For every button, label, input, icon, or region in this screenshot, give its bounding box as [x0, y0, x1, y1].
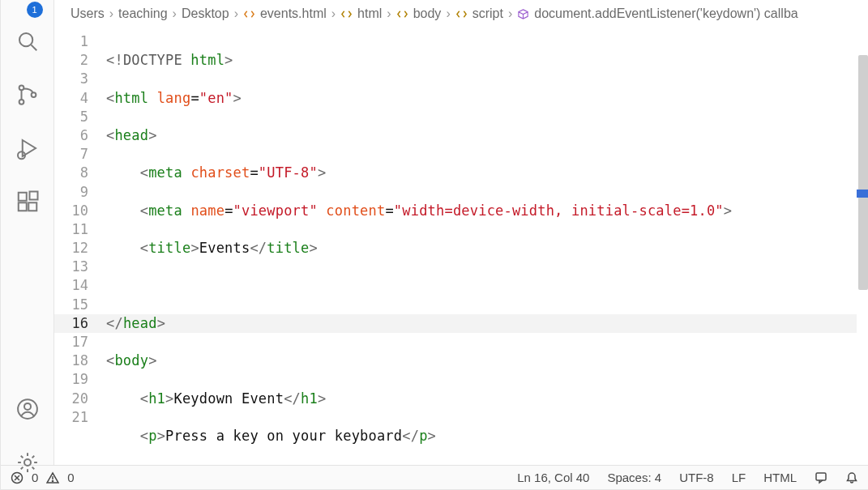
search-icon[interactable] [1, 15, 54, 68]
status-bar: 0 0 Ln 16, Col 40 Spaces: 4 UTF-8 LF HTM… [1, 465, 868, 489]
chevron-right-icon: › [173, 6, 177, 21]
breadcrumb-seg[interactable]: Users [71, 6, 105, 21]
editor-main: Users › teaching › Desktop › events.html… [54, 0, 868, 465]
code-content[interactable]: <!DOCTYPE html> <html lang="en"> <head> … [106, 28, 868, 465]
account-icon[interactable] [1, 382, 54, 436]
svg-rect-19 [816, 473, 826, 480]
svg-point-0 [19, 33, 32, 46]
svg-point-2 [19, 85, 24, 90]
chevron-right-icon: › [331, 6, 336, 21]
cube-icon [517, 8, 529, 20]
code-editor[interactable]: 123456789101112131415161718192021 <!DOCT… [54, 28, 868, 465]
svg-rect-7 [18, 193, 26, 201]
app-root: 1 Users [0, 0, 868, 490]
svg-point-12 [24, 403, 31, 410]
breadcrumb-seg[interactable]: body [413, 6, 442, 21]
overview-ruler-mark [857, 190, 868, 198]
symbol-icon [396, 8, 408, 20]
status-indentation[interactable]: Spaces: 4 [607, 471, 661, 484]
status-eol[interactable]: LF [732, 471, 746, 484]
breadcrumb-seg[interactable]: Desktop [182, 6, 229, 21]
svg-rect-9 [28, 202, 36, 211]
breadcrumb-seg[interactable]: teaching [118, 6, 168, 21]
feedback-icon[interactable] [815, 471, 827, 484]
breadcrumb-seg[interactable]: events.html [260, 6, 327, 21]
source-control-icon[interactable] [1, 68, 54, 121]
symbol-icon [455, 8, 468, 20]
code-file-icon [243, 8, 255, 20]
svg-rect-10 [29, 192, 37, 200]
svg-rect-8 [18, 202, 26, 211]
chevron-right-icon: › [387, 6, 391, 21]
status-cursor-position[interactable]: Ln 16, Col 40 [517, 471, 589, 484]
breadcrumb-seg[interactable]: html [357, 6, 382, 21]
breadcrumb-seg[interactable]: script [472, 6, 503, 21]
svg-point-13 [24, 459, 31, 466]
chevron-right-icon: › [109, 6, 113, 21]
activity-bar: 1 [1, 0, 54, 489]
chevron-right-icon: › [508, 6, 512, 21]
extensions-icon[interactable] [1, 175, 54, 228]
status-warnings[interactable]: 0 [67, 471, 74, 484]
chevron-right-icon: › [234, 6, 238, 21]
status-encoding[interactable]: UTF-8 [679, 471, 714, 484]
symbol-icon [340, 8, 353, 20]
svg-line-1 [31, 45, 36, 50]
breadcrumb-seg[interactable]: document.addEventListener('keydown') cal… [534, 6, 797, 21]
breadcrumb[interactable]: Users › teaching › Desktop › events.html… [54, 0, 868, 28]
settings-gear-icon[interactable] [1, 436, 54, 489]
line-number-gutter: 123456789101112131415161718192021 [54, 28, 106, 465]
status-language[interactable]: HTML [763, 471, 797, 484]
notifications-bell-icon[interactable] [845, 471, 858, 484]
run-debug-icon[interactable] [1, 121, 54, 175]
svg-point-4 [31, 92, 36, 97]
svg-point-3 [19, 100, 24, 104]
chevron-right-icon: › [446, 6, 450, 21]
